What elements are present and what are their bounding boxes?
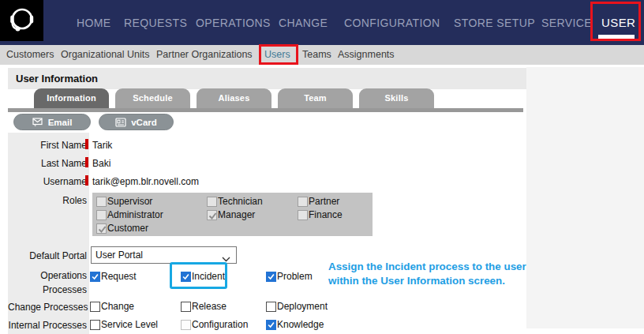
default-portal-select[interactable]: User Portal [91,246,237,264]
vcard-icon [115,118,126,127]
process-knowledge: Knowledge [266,319,324,330]
process-change: Change [90,301,134,312]
required-marker [85,175,88,186]
process-problem: Problem [266,271,313,282]
process-deployment: Deployment [266,301,328,312]
role-finance: Finance [298,209,343,220]
process-request: Request [90,271,137,282]
role-technician: Technician [207,196,263,207]
checkbox-release-unchecked[interactable] [181,302,191,312]
user-information-panel: User Information Information Schedule Al… [8,68,526,334]
email-button[interactable]: Email [13,114,91,130]
nav-item-store-setup[interactable]: STORE SETUP [454,17,535,29]
top-navigation-bar: HOME REQUESTS OPERATIONS CHANGE CONFIGUR… [0,0,644,45]
annotation-text: Assign the Incident process to the user … [328,260,565,287]
required-marker [85,139,88,149]
checkbox-deployment-unchecked[interactable] [266,302,276,312]
nav-item-service[interactable]: SERVICE [541,17,592,29]
checkbox-technician [207,197,217,207]
default-portal-label: Default Portal [8,250,87,261]
checkbox-change-unchecked[interactable] [90,302,100,312]
checkbox-problem-checked[interactable] [266,272,276,282]
subnav-item-teams[interactable]: Teams [302,49,331,60]
first-name-label: First Name [8,140,87,151]
annotation-line-2: within the User Information screen. [328,274,565,288]
nav-item-home[interactable]: HOME [77,17,111,29]
role-supervisor: Supervisor [96,196,152,207]
process-service-level: Service Level [90,319,158,330]
subnav-item-assignments[interactable]: Assignments [338,49,395,60]
tab-underline-bar [8,108,523,112]
envelope-icon [32,118,43,127]
email-button-label: Email [48,118,73,127]
annotation-line-1: Assign the Incident process to the user [328,260,565,274]
nav-item-configuration[interactable]: CONFIGURATION [344,17,440,29]
checkbox-finance [298,210,308,220]
process-release: Release [181,301,227,312]
roles-group: Supervisor Technician Partner Administra… [92,193,373,236]
tab-skills[interactable]: Skills [359,88,434,108]
operations-processes-label-line1: Operations [8,270,87,281]
checkbox-supervisor [96,197,107,207]
nav-item-operations[interactable]: OPERATIONS [196,17,271,29]
subnav-item-organizational-units[interactable]: Organizational Units [61,49,150,60]
username-label: Username [8,176,87,187]
role-partner: Partner [298,196,339,207]
checkbox-configuration-disabled [181,320,191,330]
internal-processes-label: Internal Processes [8,320,87,331]
change-processes-label: Change Processes [8,302,87,313]
subnav-item-customers[interactable]: Customers [6,49,54,60]
vcard-button[interactable]: vCard [99,114,174,130]
page-background [526,67,644,328]
subnav-item-partner-organizations[interactable]: Partner Organizations [156,49,253,60]
checkbox-customer-checked [96,223,107,234]
username-value: tarik@epm.blr.novell.com [92,176,199,187]
process-configuration: Configuration [181,319,248,330]
nav-item-change[interactable]: CHANGE [279,17,328,29]
tab-schedule[interactable]: Schedule [115,88,190,108]
tab-information[interactable]: Information [34,88,109,108]
secondary-navigation-bar: Customers Organizational Units Partner O… [0,45,644,65]
nav-item-requests[interactable]: REQUESTS [124,17,187,29]
user-menu-highlight-box [590,2,641,41]
tab-team[interactable]: Team [278,88,353,108]
last-name-value: Baki [92,158,110,169]
roles-label: Roles [8,195,87,206]
users-highlight-box [259,44,298,65]
checkbox-partner [298,197,308,207]
app-window: HOME REQUESTS OPERATIONS CHANGE CONFIGUR… [0,0,644,334]
role-manager: Manager [207,209,255,220]
app-logo [0,0,43,41]
first-name-value: Tarik [92,140,112,151]
default-portal-value: User Portal [95,250,143,261]
operations-processes-label-line2: Processes [8,284,87,295]
vcard-button-label: vCard [131,118,157,127]
page-title: User Information [16,73,98,84]
checkbox-service-level-unchecked[interactable] [90,320,100,330]
role-administrator: Administrator [96,209,163,220]
incident-highlight-box [170,262,227,289]
last-name-label: Last Name [8,158,87,169]
checkbox-administrator [96,210,107,220]
required-marker [85,157,88,167]
checkbox-knowledge-checked[interactable] [266,320,276,330]
role-customer: Customer [96,223,148,234]
checkbox-manager-checked [207,210,217,220]
tab-aliases[interactable]: Aliases [197,88,271,108]
checkbox-request-checked[interactable] [90,272,100,282]
